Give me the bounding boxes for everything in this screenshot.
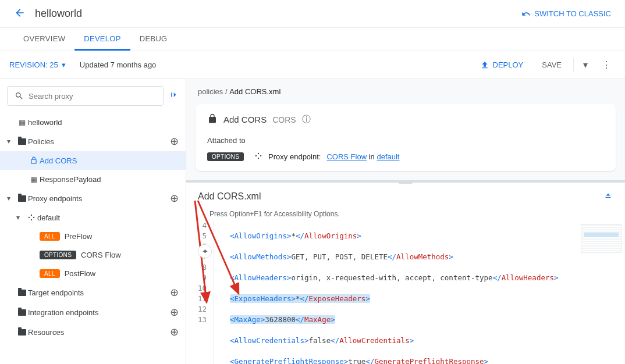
svg-point-5 xyxy=(258,153,259,154)
back-arrow-icon[interactable] xyxy=(14,6,26,22)
folder-icon xyxy=(16,329,28,336)
collapse-sidebar-icon[interactable] xyxy=(168,90,179,103)
svg-rect-8 xyxy=(606,197,611,198)
badge-all: ALL xyxy=(40,269,60,278)
add-integration-button[interactable]: ⊕ xyxy=(170,306,179,319)
updated-text: Updated 7 months ago xyxy=(80,60,157,69)
tree-resources[interactable]: Resources ⊕ xyxy=(0,322,186,342)
code-editor[interactable]: 4 5 6 7 8 9 10 11 12 13 <AllowOrigins>*<… xyxy=(186,220,625,364)
folder-icon xyxy=(16,138,28,145)
diamond-icon xyxy=(26,213,37,222)
search-input[interactable] xyxy=(29,92,156,101)
chevron-down-icon: ▾ xyxy=(7,194,16,202)
tab-overview[interactable]: OVERVIEW xyxy=(14,28,74,51)
editor-hint: Press Option+F1 for Accessibility Option… xyxy=(186,210,625,220)
chevron-down-icon: ▾ xyxy=(7,137,16,145)
tree-cors-flow[interactable]: OPTIONS CORS Flow xyxy=(0,245,186,264)
badge-options: OPTIONS xyxy=(207,152,244,161)
tree-add-cors[interactable]: Add CORS xyxy=(0,151,186,170)
tree-response-payload[interactable]: ▦ ResponsePayload xyxy=(0,170,186,188)
tree-preflow[interactable]: ALL PreFlow xyxy=(0,227,186,245)
attached-to-label: Attached to xyxy=(207,136,604,145)
deploy-icon xyxy=(480,60,489,70)
badge-all: ALL xyxy=(40,232,60,241)
folder-icon xyxy=(16,309,28,316)
toolbar: REVISION: 25 ▾ Updated 7 months ago DEPL… xyxy=(0,51,625,79)
cors-flow-link[interactable]: CORS Flow xyxy=(326,152,367,161)
attached-to-row: OPTIONS Proxy endpoint: CORS Flow in def… xyxy=(207,152,604,162)
proxy-tree: ▦ helloworld ▾ Policies ⊕ Add CORS ▦ Res… xyxy=(0,113,186,342)
badge-options: OPTIONS xyxy=(40,251,76,259)
tab-debug[interactable]: DEBUG xyxy=(130,28,177,51)
policy-card: Add CORS CORS ⓘ Attached to OPTIONS Prox… xyxy=(196,104,616,171)
svg-point-2 xyxy=(33,217,34,218)
undo-icon xyxy=(521,9,531,19)
tab-develop[interactable]: DEVELOP xyxy=(74,28,130,51)
svg-point-6 xyxy=(260,155,261,156)
folder-icon xyxy=(16,290,28,296)
tree-root[interactable]: ▦ helloworld xyxy=(0,113,186,131)
tree-integration-endpoints[interactable]: Integration endpoints ⊕ xyxy=(0,302,186,322)
svg-point-1 xyxy=(31,215,32,216)
svg-point-3 xyxy=(31,219,32,220)
default-link[interactable]: default xyxy=(377,152,399,161)
folder-icon xyxy=(16,195,28,202)
breadcrumb: policies / Add CORS.xml xyxy=(186,79,625,104)
svg-point-0 xyxy=(29,217,30,218)
line-gutter: 4 5 6 7 8 9 10 11 12 13 xyxy=(186,220,214,364)
tree-policies[interactable]: ▾ Policies ⊕ xyxy=(0,131,186,151)
sidebar: ▦ helloworld ▾ Policies ⊕ Add CORS ▦ Res… xyxy=(0,79,186,364)
diamond-icon xyxy=(254,152,262,162)
page-header: helloworld SWITCH TO CLASSIC xyxy=(0,0,625,28)
policy-type: CORS xyxy=(272,115,296,124)
drag-handle[interactable] xyxy=(399,181,413,184)
chevron-down-icon: ▾ xyxy=(62,60,66,69)
lock-icon xyxy=(207,113,218,126)
tree-postflow[interactable]: ALL PostFlow xyxy=(0,264,186,283)
svg-point-7 xyxy=(258,158,259,159)
add-policy-button[interactable]: ⊕ xyxy=(170,135,179,148)
page-title: helloworld xyxy=(35,8,521,20)
minimap[interactable] xyxy=(581,224,622,253)
grid-icon: ▦ xyxy=(28,175,40,184)
save-dropdown-button[interactable]: ▾ xyxy=(578,56,592,74)
add-resource-button[interactable]: ⊕ xyxy=(170,326,179,338)
divider xyxy=(573,58,574,72)
deploy-button[interactable]: DEPLOY xyxy=(473,57,531,73)
search-icon xyxy=(15,91,24,101)
add-endpoint-button[interactable]: ⊕ xyxy=(170,192,179,205)
grid-icon: ▦ xyxy=(16,118,28,127)
main-area: ▦ helloworld ▾ Policies ⊕ Add CORS ▦ Res… xyxy=(0,79,625,364)
tree-default-endpoint[interactable]: ▾ default xyxy=(0,208,186,227)
editor-title: Add CORS.xml xyxy=(198,191,603,202)
policy-title: Add CORS xyxy=(223,115,267,124)
save-button[interactable]: SAVE xyxy=(535,57,569,73)
info-icon[interactable]: ⓘ xyxy=(302,114,311,125)
code-content[interactable]: <AllowOrigins>*</AllowOrigins> <AllowMet… xyxy=(214,220,625,364)
editor-section: Add CORS.xml Press Option+F1 for Accessi… xyxy=(186,180,625,364)
search-box[interactable] xyxy=(7,86,164,106)
tree-target-endpoints[interactable]: Target endpoints ⊕ xyxy=(0,283,186,302)
content-area: policies / Add CORS.xml Add CORS CORS ⓘ … xyxy=(186,79,625,364)
main-tabs: OVERVIEW DEVELOP DEBUG xyxy=(0,28,625,51)
tree-proxy-endpoints[interactable]: ▾ Proxy endpoints ⊕ xyxy=(0,188,186,208)
more-menu-button[interactable]: ⋮ xyxy=(597,56,616,74)
svg-point-4 xyxy=(255,155,257,156)
collapse-editor-icon[interactable] xyxy=(603,190,613,203)
add-target-button[interactable]: ⊕ xyxy=(170,286,179,299)
lock-icon xyxy=(28,156,40,165)
sparkle-assist-button[interactable]: ✦ xyxy=(198,244,212,258)
chevron-down-icon: ▾ xyxy=(16,213,26,222)
switch-to-classic-button[interactable]: SWITCH TO CLASSIC xyxy=(521,9,611,19)
revision-dropdown[interactable]: REVISION: 25 ▾ xyxy=(9,60,66,69)
